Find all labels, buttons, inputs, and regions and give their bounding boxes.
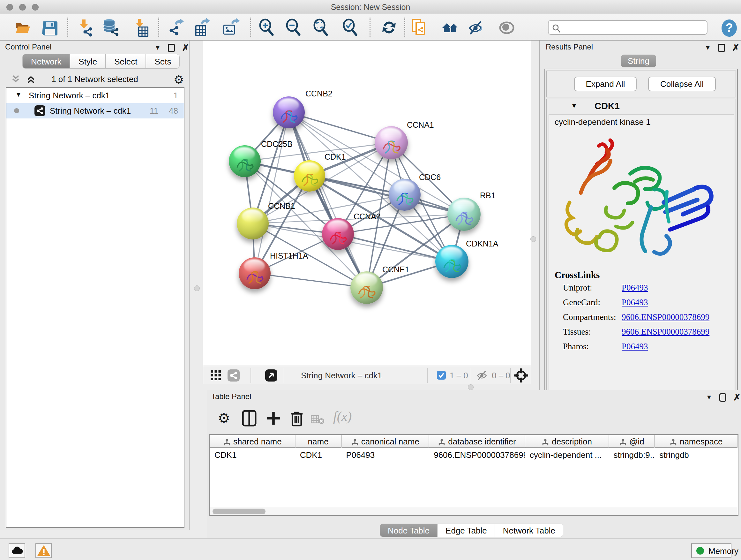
panel-collapse-icon[interactable]: ▼: [154, 44, 161, 51]
crosslink-label: GeneCard:: [563, 298, 600, 307]
zoom-selected-icon[interactable]: [341, 18, 359, 37]
table-horizontal-scrollbar[interactable]: [210, 507, 738, 515]
panel-close-icon[interactable]: ✗: [733, 392, 741, 402]
import-network-file-icon[interactable]: [75, 18, 94, 37]
column-header-shared-name[interactable]: shared name: [210, 435, 295, 448]
selected-nodes-checkbox[interactable]: [437, 371, 446, 380]
bottom-splitter-handle[interactable]: [468, 384, 474, 390]
export-table-icon[interactable]: [193, 18, 211, 37]
import-table-icon[interactable]: [131, 18, 150, 37]
table-cell[interactable]: CDK1: [210, 449, 295, 461]
tab-string[interactable]: String: [621, 55, 656, 67]
table-cell[interactable]: stringdb:9...: [609, 449, 655, 461]
search-input[interactable]: [548, 20, 708, 35]
network-collection-row[interactable]: ▼ String Network – cdk1 1: [6, 88, 184, 103]
show-columns-icon[interactable]: [242, 410, 257, 427]
panel-close-icon[interactable]: ✗: [182, 43, 189, 53]
panel-collapse-icon[interactable]: ▼: [706, 394, 712, 401]
collection-expand-icon[interactable]: ▼: [15, 91, 22, 98]
column-header--id[interactable]: @id: [609, 435, 655, 448]
help-icon[interactable]: ?: [720, 19, 738, 37]
export-network-icon[interactable]: [166, 18, 185, 37]
graph-node-hist1h1a[interactable]: [239, 257, 271, 289]
crosslink-link[interactable]: P06493: [622, 283, 648, 293]
warnings-button[interactable]: [36, 543, 52, 558]
open-session-icon[interactable]: [13, 18, 32, 37]
graph-node-cdc25b[interactable]: [229, 145, 261, 177]
houses-icon[interactable]: [441, 18, 460, 37]
expand-all-button[interactable]: Expand All: [574, 77, 636, 91]
table-options-gear-icon[interactable]: ⚙: [218, 410, 230, 426]
graph-node-cdc6[interactable]: [389, 179, 421, 211]
save-session-icon[interactable]: [41, 18, 59, 37]
table-cell[interactable]: 9606.ENSP00000378699: [429, 449, 525, 461]
left-splitter-handle[interactable]: [194, 286, 200, 291]
column-header-database-identifier[interactable]: database identifier: [429, 435, 525, 448]
panel-close-icon[interactable]: ✗: [732, 43, 739, 53]
memory-button[interactable]: Memory: [691, 543, 731, 558]
column-header-description[interactable]: description: [525, 435, 609, 448]
zoom-out-icon[interactable]: [284, 18, 302, 37]
network-edge[interactable]: [289, 112, 367, 288]
column-header-name[interactable]: name: [295, 435, 342, 448]
panel-float-icon[interactable]: [718, 44, 725, 52]
copy-network-icon[interactable]: [410, 18, 428, 37]
right-splitter-handle[interactable]: [530, 236, 536, 242]
graph-node-ccne1[interactable]: [350, 271, 383, 304]
graph-node-cdkn1a[interactable]: [435, 245, 468, 278]
tab-network[interactable]: Network: [22, 54, 70, 69]
column-type-icon: [542, 438, 549, 446]
tab-select[interactable]: Select: [106, 54, 146, 69]
refresh-icon[interactable]: [380, 18, 398, 37]
show-eye-icon[interactable]: [498, 18, 516, 37]
table-cell[interactable]: cyclin-dependent ...: [525, 449, 609, 461]
graph-node-ccna1[interactable]: [375, 126, 408, 159]
network-row[interactable]: String Network – cdk1 11 48: [6, 103, 184, 118]
network-share-icon[interactable]: [227, 369, 240, 381]
node-label-ccnb1: CCNB1: [268, 201, 295, 211]
network-view[interactable]: CCNB2CCNA1CDC25BCDK1CDC6RB1CCNB1CCNA2CDK…: [203, 41, 531, 384]
tab-style[interactable]: Style: [70, 54, 106, 69]
crosslink-link[interactable]: 9606.ENSP00000378699: [622, 312, 710, 322]
gene-collapse-icon[interactable]: ▼: [571, 102, 577, 110]
network-graph[interactable]: CCNB2CCNA1CDC25BCDK1CDC6RB1CCNB1CCNA2CDK…: [203, 41, 531, 365]
tab-network-table[interactable]: Network Table: [495, 523, 563, 537]
add-column-icon[interactable]: [266, 410, 281, 427]
network-edge[interactable]: [255, 273, 367, 288]
table-cell[interactable]: CDK1: [295, 449, 342, 461]
table-row[interactable]: CDK1CDK1P064939606.ENSP00000378699cyclin…: [210, 449, 738, 461]
graph-node-cdk1[interactable]: [294, 160, 325, 192]
crosslink-link[interactable]: P06493: [622, 341, 648, 352]
graph-node-rb1[interactable]: [448, 198, 481, 231]
panel-float-icon[interactable]: [168, 44, 175, 52]
crosslink-link[interactable]: P06493: [622, 298, 648, 307]
graph-node-ccnb2[interactable]: [273, 97, 305, 128]
crosslink-link[interactable]: 9606.ENSP00000378699: [622, 327, 710, 337]
zoom-fit-icon[interactable]: [312, 18, 330, 37]
column-header-canonical-name[interactable]: canonical name: [342, 435, 429, 448]
panel-float-icon[interactable]: [719, 393, 726, 401]
export-image-icon[interactable]: [222, 18, 240, 37]
tab-edge-table[interactable]: Edge Table: [437, 523, 495, 537]
graph-node-ccnb1[interactable]: [237, 207, 269, 240]
delete-column-icon[interactable]: [290, 410, 304, 427]
import-network-database-icon[interactable]: [102, 18, 120, 37]
graph-node-ccna2[interactable]: [322, 218, 354, 250]
table-cell[interactable]: P06493: [342, 449, 429, 461]
tab-sets[interactable]: Sets: [146, 54, 180, 69]
collapse-all-button[interactable]: Collapse All: [648, 77, 716, 91]
hide-eye-slash-icon[interactable]: [466, 18, 485, 37]
birdseye-view-icon[interactable]: [265, 369, 277, 381]
zoom-in-icon[interactable]: [257, 18, 276, 37]
scrollbar-thumb[interactable]: [212, 509, 266, 514]
network-edge[interactable]: [255, 112, 289, 273]
tab-node-table[interactable]: Node Table: [380, 523, 437, 537]
network-options-gear-icon[interactable]: ⚙: [174, 73, 184, 86]
column-header-namespace[interactable]: namespace: [655, 435, 738, 448]
grid-view-icon[interactable]: [210, 370, 222, 381]
table-cell[interactable]: stringdb: [655, 449, 738, 461]
panel-collapse-icon[interactable]: ▼: [704, 44, 711, 51]
center-view-crosshair-icon[interactable]: [514, 368, 528, 382]
node-gloss: [242, 209, 263, 223]
cloud-status-button[interactable]: [9, 543, 25, 558]
